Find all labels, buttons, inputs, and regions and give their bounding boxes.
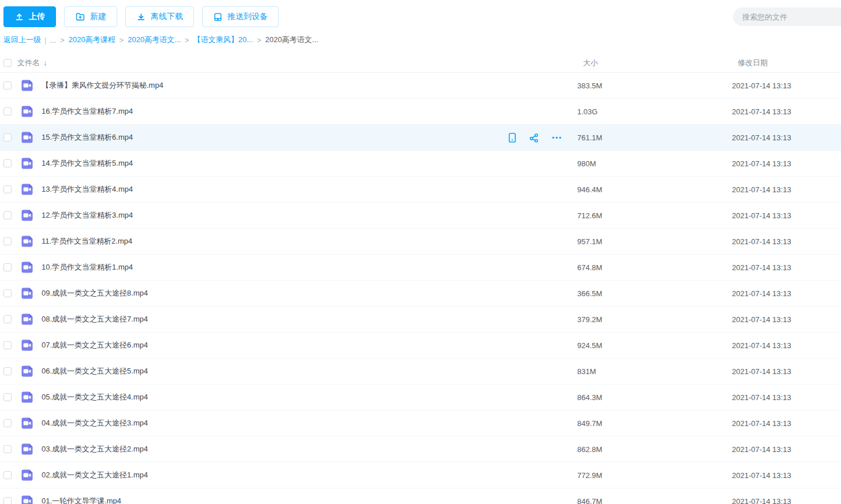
file-size: 674.8M [577, 263, 732, 272]
video-file-icon [20, 234, 34, 248]
file-date: 2021-07-14 13:13 [732, 107, 841, 116]
file-size: 761.1M [577, 133, 732, 142]
file-date: 2021-07-14 13:13 [732, 367, 841, 376]
file-date: 2021-07-14 13:13 [732, 237, 841, 246]
row-actions [507, 132, 562, 143]
table-row[interactable]: 07.成就一类文之五大途径6.mp4 924.5M 2021-07-14 13:… [0, 333, 841, 359]
file-date: 2021-07-14 13:13 [732, 393, 841, 402]
table-row[interactable]: 12.学员作文当堂精析3.mp4 712.6M 2021-07-14 13:13 [0, 203, 841, 229]
row-checkbox[interactable] [3, 133, 12, 141]
row-checkbox[interactable] [3, 393, 12, 401]
table-row[interactable]: 15.学员作文当堂精析6.mp4 [0, 125, 841, 151]
video-file-icon [20, 182, 34, 196]
table-row[interactable]: 16.学员作文当堂精析7.mp4 1.03G 2021-07-14 13:13 [0, 99, 841, 125]
file-size: 864.3M [577, 393, 732, 402]
video-file-icon [20, 416, 34, 430]
breadcrumb-collapsed-ellipsis[interactable]: ... [50, 36, 56, 44]
breadcrumb-link-1[interactable]: 2020高考课程 [69, 35, 115, 45]
table-row[interactable]: 10.学员作文当堂精析1.mp4 674.8M 2021-07-14 13:13 [0, 255, 841, 281]
row-checkbox[interactable] [3, 367, 12, 375]
video-file-icon [20, 364, 34, 378]
table-row[interactable]: 08.成就一类文之五大途径7.mp4 379.2M 2021-07-14 13:… [0, 307, 841, 333]
push-to-device-button[interactable]: 推送到设备 [202, 6, 279, 27]
new-folder-icon [75, 12, 85, 22]
row-checkbox[interactable] [3, 445, 12, 453]
row-checkbox[interactable] [3, 497, 12, 504]
upload-button[interactable]: 上传 [3, 6, 56, 27]
video-file-icon [20, 494, 34, 504]
new-button-label: 新建 [90, 12, 106, 22]
table-header: 文件名 ↓ 大小 修改日期 [0, 53, 841, 73]
table-row[interactable]: 03.成就一类文之五大途径2.mp4 862.8M 2021-07-14 13:… [0, 436, 841, 462]
file-name: 01.一轮作文导学课.mp4 [42, 496, 121, 504]
breadcrumb-link-3[interactable]: 【语文乘风】20... [193, 35, 253, 45]
file-size: 1.03G [577, 107, 732, 116]
table-row[interactable]: 06.成就一类文之五大途径5.mp4 831M 2021-07-14 13:13 [0, 359, 841, 384]
table-row[interactable]: 09.成就一类文之五大途径8.mp4 366.5M 2021-07-14 13:… [0, 281, 841, 307]
row-checkbox[interactable] [3, 185, 12, 193]
row-checkbox[interactable] [3, 471, 12, 479]
table-row[interactable]: 05.成就一类文之五大途径4.mp4 864.3M 2021-07-14 13:… [0, 384, 841, 410]
upload-icon [14, 12, 24, 22]
row-checkbox[interactable] [3, 107, 12, 115]
file-size: 924.5M [577, 341, 732, 350]
file-size: 383.5M [577, 81, 732, 90]
file-name: 14.学员作文当堂精析5.mp4 [42, 158, 133, 169]
new-button[interactable]: 新建 [64, 6, 117, 27]
column-header-filename[interactable]: 文件名 [17, 58, 40, 68]
file-name: 02.成就一类文之五大途径1.mp4 [42, 470, 148, 480]
breadcrumb-link-2[interactable]: 2020高考语文... [128, 35, 181, 45]
row-checkbox[interactable] [3, 81, 12, 89]
select-all-checkbox[interactable] [3, 59, 12, 67]
row-checkbox[interactable] [3, 263, 12, 271]
video-file-icon [20, 208, 34, 222]
file-date: 2021-07-14 13:13 [732, 445, 841, 454]
column-header-date[interactable]: 修改日期 [732, 58, 841, 68]
video-file-icon [20, 130, 34, 144]
breadcrumb-separator: > [185, 36, 189, 44]
table-row[interactable]: 02.成就一类文之五大途径1.mp4 772.9M 2021-07-14 13:… [0, 462, 841, 488]
row-checkbox[interactable] [3, 159, 12, 167]
video-file-icon [20, 286, 34, 300]
table-row[interactable]: 14.学员作文当堂精析5.mp4 980M 2021-07-14 13:13 [0, 151, 841, 177]
video-file-icon [20, 442, 34, 456]
search-input[interactable] [733, 8, 841, 26]
row-checkbox[interactable] [3, 419, 12, 427]
video-file-icon [20, 79, 34, 92]
file-date: 2021-07-14 13:13 [732, 497, 841, 504]
table-row[interactable]: 【录播】乘风作文提分环节揭秘.mp4 383.5M 2021-07-14 13:… [0, 73, 841, 99]
sort-descending-icon[interactable]: ↓ [43, 58, 47, 67]
upload-button-label: 上传 [29, 12, 45, 22]
row-checkbox[interactable] [3, 211, 12, 219]
column-header-size[interactable]: 大小 [577, 58, 732, 68]
file-name: 05.成就一类文之五大途径4.mp4 [42, 392, 148, 402]
table-row[interactable]: 01.一轮作文导学课.mp4 846.7M 2021-07-14 13:13 [0, 488, 841, 504]
row-checkbox[interactable] [3, 237, 12, 245]
breadcrumb-back-link[interactable]: 返回上一级 [3, 35, 41, 45]
row-checkbox[interactable] [3, 289, 12, 297]
table-row[interactable]: 13.学员作文当堂精析4.mp4 946.4M 2021-07-14 13:13 [0, 177, 841, 203]
row-checkbox[interactable] [3, 341, 12, 349]
video-file-icon [20, 338, 34, 352]
breadcrumb-separator: > [257, 36, 261, 44]
breadcrumb-separator: > [60, 36, 65, 44]
video-file-icon [20, 156, 34, 170]
device-icon [213, 12, 223, 22]
table-row[interactable]: 11.学员作文当堂精析2.mp4 957.1M 2021-07-14 13:13 [0, 229, 841, 255]
push-to-device-button-label: 推送到设备 [227, 12, 268, 22]
more-icon[interactable] [551, 132, 562, 143]
file-date: 2021-07-14 13:13 [732, 133, 841, 142]
file-name: 03.成就一类文之五大途径2.mp4 [42, 444, 148, 454]
row-checkbox[interactable] [3, 315, 12, 323]
file-size: 831M [577, 367, 732, 376]
file-size: 957.1M [577, 237, 732, 246]
offline-download-button[interactable]: 离线下载 [125, 6, 194, 27]
video-file-icon [20, 390, 34, 404]
file-size: 862.8M [577, 445, 732, 454]
send-to-phone-icon[interactable] [507, 132, 517, 143]
table-row[interactable]: 04.成就一类文之五大途径3.mp4 849.7M 2021-07-14 13:… [0, 410, 841, 436]
file-size: 980M [577, 159, 732, 168]
breadcrumb-separator: > [119, 36, 124, 44]
share-icon[interactable] [529, 132, 540, 143]
file-size: 712.6M [577, 211, 732, 220]
